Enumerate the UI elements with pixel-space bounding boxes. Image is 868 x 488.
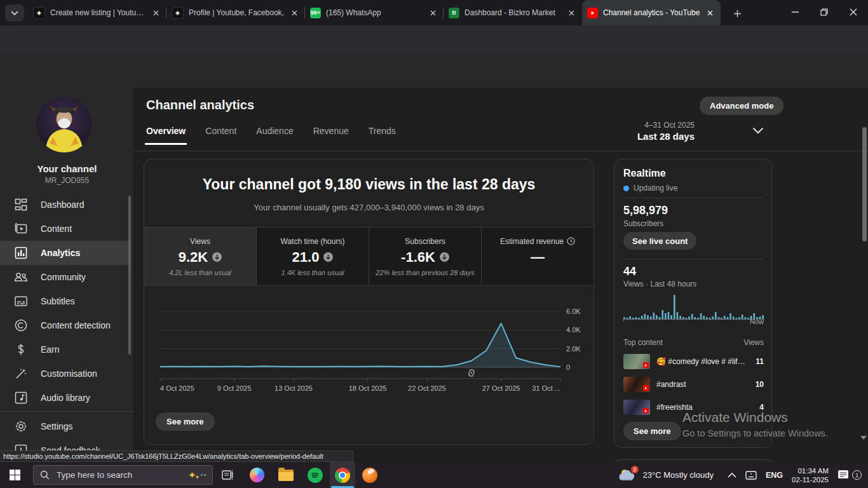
touch-keyboard-icon[interactable]	[745, 471, 757, 480]
sidebar-item-customisation[interactable]: Customisation	[0, 362, 130, 386]
top-content-label: Top content	[623, 338, 663, 347]
views-line-chart[interactable]: 6.0K4.0K2.0K04 Oct 20259 Oct 202513 Oct …	[148, 289, 590, 402]
browser-tab-4[interactable]: B Dashboard - Bizkro Market	[444, 0, 582, 25]
screen: ◈ Create new listing | Youtube, ◈ Profil…	[0, 0, 868, 488]
sidebar-item-content[interactable]: Content	[0, 217, 130, 241]
advanced-mode-button[interactable]: Advanced mode	[700, 97, 783, 115]
realtime-see-more-button[interactable]: See more	[623, 422, 681, 440]
new-tab-button[interactable]	[729, 6, 745, 21]
copilot-button[interactable]	[242, 462, 271, 488]
page-scrollbar[interactable]	[862, 126, 867, 424]
browser-tab-1[interactable]: ◈ Create new listing | Youtube,	[28, 0, 166, 25]
language-indicator[interactable]: ENG	[766, 471, 783, 480]
spotify-button[interactable]	[301, 462, 330, 488]
browser-status-bar: https://studio.youtube.com/channel/UC_J6…	[0, 451, 353, 462]
tab-trends[interactable]: Trends	[369, 126, 396, 145]
browser-tab-2[interactable]: ◈ Profile | Youtube, Facebook,	[166, 0, 305, 25]
dashboard-icon	[14, 198, 28, 212]
window-close-button[interactable]	[839, 0, 868, 24]
realtime-views-label: Views · Last 48 hours	[623, 280, 696, 288]
metric-estimated-revenue[interactable]: Estimated revenue —	[481, 227, 593, 285]
wand-icon	[14, 367, 28, 381]
sidebar-item-audio-library[interactable]: Audio library	[0, 386, 130, 410]
subscribers-count: 5,98,979	[623, 204, 668, 217]
windows-taskbar: ✦✦ 3 23°C Mostly cloudy ENG 01:3	[0, 462, 868, 488]
diamond-favicon: ◈	[33, 7, 45, 19]
window-restore-button[interactable]	[810, 0, 839, 24]
taskbar-search-input[interactable]	[55, 470, 159, 480]
copilot-sparkles-icon: ✦✦	[188, 470, 206, 480]
chevron-down-icon[interactable]	[752, 127, 764, 134]
see-more-button[interactable]: See more	[156, 412, 215, 431]
chrome-icon	[335, 468, 350, 483]
sidebar-scrollbar[interactable]	[128, 196, 131, 355]
notification-center-button[interactable]: 1	[837, 470, 862, 480]
tab-overview[interactable]: Overview	[146, 126, 186, 145]
sidebar-item-dashboard[interactable]: Dashboard	[0, 193, 130, 217]
clock[interactable]: 01:34 AM 02-11-2025	[792, 466, 829, 484]
gear-icon	[14, 419, 28, 433]
views-subheadline: Your channel usually gets 427,000–3,940,…	[144, 203, 593, 212]
tray-chevron-up-icon[interactable]	[728, 472, 736, 478]
content-icon	[14, 222, 28, 236]
see-live-count-button[interactable]: See live count	[623, 232, 696, 250]
spotify-icon	[308, 468, 323, 483]
tab-close-icon[interactable]	[704, 7, 715, 18]
metric-subscribers[interactable]: Subscribers -1.6K 22% less than previous…	[369, 227, 481, 285]
task-view-button[interactable]	[213, 462, 242, 488]
weather-cloud-icon: 3	[618, 468, 637, 483]
metric-watch-time[interactable]: Watch time (hours) 21.0 1.4K less than u…	[256, 227, 369, 285]
windows-logo-icon	[10, 470, 20, 480]
tab-close-icon[interactable]	[427, 7, 438, 18]
divider	[623, 259, 763, 259]
tab-close-icon[interactable]	[566, 7, 577, 18]
svg-text:6.0K: 6.0K	[566, 308, 581, 315]
tab-content[interactable]: Content	[205, 126, 236, 145]
tab-revenue[interactable]: Revenue	[313, 126, 349, 145]
notification-icon	[837, 470, 850, 480]
sidebar-item-earn[interactable]: Earn	[0, 337, 130, 362]
scroll-down-arrow-icon[interactable]	[860, 436, 867, 440]
scrollbar-thumb[interactable]	[862, 127, 867, 241]
top-content-row[interactable]: #freerishta 4	[623, 398, 764, 417]
svg-text:4 Oct 2025: 4 Oct 2025	[160, 384, 194, 392]
subscribers-label: Subscribers	[623, 219, 663, 228]
task-view-icon	[222, 470, 234, 480]
live-dot-icon	[623, 186, 629, 191]
taskbar-weather[interactable]: 3 23°C Mostly cloudy	[618, 468, 714, 483]
browser-tab-strip: ◈ Create new listing | Youtube, ◈ Profil…	[0, 0, 868, 25]
metric-tabs: Views 9.2K 4.2L less than usual Watch ti…	[144, 227, 593, 286]
sidebar-item-community[interactable]: Community	[0, 265, 130, 289]
top-content-row[interactable]: 🥰 #comedy #love # #lifeisb... 11	[623, 352, 764, 371]
period-label: Last 28 days	[579, 131, 695, 142]
sidebar-item-analytics[interactable]: Analytics	[0, 241, 130, 265]
top-content-row[interactable]: #andrast 10	[623, 375, 764, 394]
window-minimize-button[interactable]	[780, 0, 810, 24]
svg-text:0: 0	[566, 363, 570, 371]
browser-tab-active[interactable]: Channel analytics - YouTube	[582, 0, 721, 25]
browser-tab-3[interactable]: 99+ (165) WhatsApp	[305, 0, 444, 25]
metric-views[interactable]: Views 9.2K 4.2L less than usual	[144, 227, 256, 285]
tab-search-button[interactable]	[5, 4, 24, 22]
tab-title: Create new listing | Youtube,	[50, 8, 146, 17]
tab-close-icon[interactable]	[288, 7, 300, 18]
sidebar-item-content-detection[interactable]: Content detection	[0, 313, 130, 337]
start-button[interactable]	[0, 462, 29, 488]
file-explorer-button[interactable]	[271, 462, 301, 488]
analytics-icon	[14, 246, 28, 260]
date-range-picker[interactable]: 4–31 Oct 2025 Last 28 days	[579, 121, 695, 142]
updating-live: Updating live	[623, 184, 677, 193]
taskbar-search-box[interactable]: ✦✦	[33, 465, 213, 485]
sidebar-item-settings[interactable]: Settings	[0, 414, 130, 438]
fl-studio-button[interactable]	[355, 462, 384, 488]
time: 01:34 AM	[792, 466, 829, 475]
shorts-badge-icon	[643, 362, 649, 368]
header-divider	[134, 151, 868, 151]
channel-avatar[interactable]	[36, 97, 92, 152]
sidebar-divider	[0, 411, 134, 412]
tab-audience[interactable]: Audience	[256, 126, 293, 145]
sidebar-item-subtitles[interactable]: Subtitles	[0, 289, 130, 313]
tab-close-icon[interactable]	[150, 7, 161, 18]
chrome-button-active[interactable]	[330, 462, 355, 488]
svg-text:18 Oct 2025: 18 Oct 2025	[349, 384, 387, 392]
